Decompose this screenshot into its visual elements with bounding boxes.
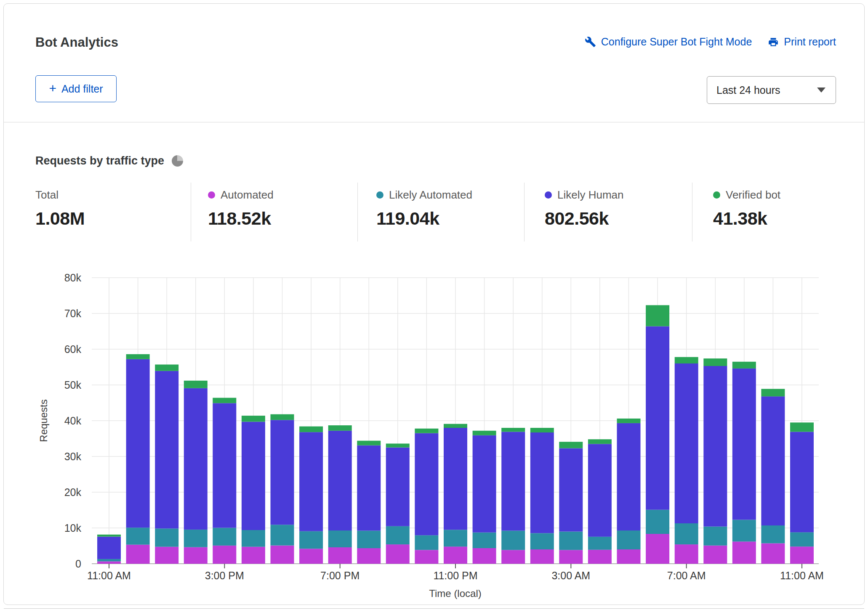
bar-10:00 PM-Automated[interactable] [415,550,438,564]
bar-5:00 AM-Likely Automated[interactable] [617,530,641,549]
bar-9:00 PM-Likely Human[interactable] [386,448,410,526]
bar-11:00 PM-Likely Human[interactable] [444,428,467,530]
bar-8:00 AM-Verified bot[interactable] [703,358,727,366]
bar-3:00 AM-Automated[interactable] [559,550,583,564]
bar-6:00 AM-Automated[interactable] [646,534,669,564]
bar-7:00 AM-Likely Automated[interactable] [675,523,698,544]
bar-2:00 AM-Likely Human[interactable] [530,432,554,533]
bar-11:00 AM-Likely Automated[interactable] [790,532,814,546]
bar-5:00 AM-Verified bot[interactable] [617,419,641,423]
bar-3:00 AM-Likely Human[interactable] [559,448,583,532]
bar-3:00 AM-Likely Automated[interactable] [559,532,583,550]
bar-11:00 AM-Verified bot[interactable] [97,535,121,537]
bar-12:00 PM-Likely Automated[interactable] [126,528,150,545]
bar-9:00 AM-Automated[interactable] [732,541,756,564]
bar-6:00 PM-Likely Human[interactable] [299,432,323,531]
bar-11:00 AM-Verified bot[interactable] [790,422,814,432]
bar-5:00 PM-Verified bot[interactable] [271,414,294,420]
bar-10:00 PM-Likely Automated[interactable] [415,535,438,550]
bar-2:00 PM-Automated[interactable] [184,547,208,564]
bar-11:00 PM-Automated[interactable] [444,546,467,564]
bar-10:00 AM-Likely Human[interactable] [761,396,785,525]
time-range-select[interactable]: Last 24 hours [707,76,836,104]
bar-10:00 AM-Automated[interactable] [761,544,785,564]
bar-11:00 AM-Automated[interactable] [790,546,814,564]
bar-1:00 AM-Likely Automated[interactable] [501,530,525,550]
bar-4:00 PM-Likely Automated[interactable] [242,530,265,547]
bar-11:00 PM-Likely Automated[interactable] [444,530,467,546]
bar-12:00 AM-Automated[interactable] [473,548,496,564]
bar-3:00 PM-Likely Automated[interactable] [213,528,236,546]
bar-7:00 PM-Likely Automated[interactable] [328,530,352,547]
bar-10:00 AM-Verified bot[interactable] [761,389,785,396]
bar-11:00 PM-Verified bot[interactable] [444,424,467,428]
bar-5:00 PM-Likely Human[interactable] [271,420,294,525]
bar-7:00 PM-Likely Human[interactable] [328,431,352,530]
bar-11:00 AM-Automated[interactable] [97,561,121,564]
bar-7:00 AM-Automated[interactable] [675,544,698,564]
bar-9:00 PM-Likely Automated[interactable] [386,526,410,544]
print-report-link[interactable]: Print report [768,36,836,48]
bar-2:00 PM-Likely Human[interactable] [184,388,208,530]
bar-1:00 PM-Automated[interactable] [155,547,178,564]
bar-8:00 AM-Likely Automated[interactable] [703,527,727,546]
bar-9:00 AM-Verified bot[interactable] [732,362,756,369]
bar-10:00 AM-Likely Automated[interactable] [761,525,785,544]
bar-3:00 PM-Automated[interactable] [213,546,236,564]
bar-6:00 AM-Likely Human[interactable] [646,326,669,510]
bar-8:00 AM-Automated[interactable] [703,546,727,564]
bar-12:00 PM-Verified bot[interactable] [126,354,150,359]
bar-5:00 PM-Likely Automated[interactable] [271,525,294,545]
bar-2:00 AM-Verified bot[interactable] [530,428,554,432]
bar-12:00 PM-Likely Human[interactable] [126,359,150,528]
bar-9:00 PM-Verified bot[interactable] [386,443,410,447]
bar-2:00 PM-Verified bot[interactable] [184,381,208,388]
bar-7:00 AM-Verified bot[interactable] [675,357,698,363]
bar-8:00 PM-Likely Automated[interactable] [357,530,381,548]
bar-8:00 PM-Automated[interactable] [357,548,381,564]
bar-6:00 PM-Likely Automated[interactable] [299,531,323,549]
bar-11:00 AM-Likely Automated[interactable] [97,559,121,562]
bar-1:00 AM-Verified bot[interactable] [501,428,525,432]
bar-4:00 AM-Likely Automated[interactable] [588,537,612,550]
bar-9:00 PM-Automated[interactable] [386,544,410,564]
bar-7:00 PM-Verified bot[interactable] [328,425,352,431]
bar-12:00 PM-Automated[interactable] [126,545,150,564]
bar-4:00 AM-Verified bot[interactable] [588,439,612,444]
bar-11:00 AM-Likely Human[interactable] [790,432,814,532]
bar-7:00 AM-Likely Human[interactable] [675,363,698,523]
bar-5:00 PM-Automated[interactable] [271,546,294,564]
bar-2:00 AM-Automated[interactable] [530,549,554,564]
bar-6:00 AM-Verified bot[interactable] [646,305,669,326]
bar-4:00 PM-Likely Human[interactable] [242,422,265,530]
bar-4:00 PM-Automated[interactable] [242,547,265,564]
bar-1:00 PM-Verified bot[interactable] [155,365,178,371]
bar-3:00 PM-Likely Human[interactable] [213,403,236,528]
bar-7:00 PM-Automated[interactable] [328,547,352,564]
bar-11:00 AM-Likely Human[interactable] [97,537,121,559]
bar-3:00 PM-Verified bot[interactable] [213,398,236,403]
bar-12:00 AM-Verified bot[interactable] [473,431,496,435]
bar-12:00 AM-Likely Human[interactable] [473,435,496,533]
bar-10:00 PM-Verified bot[interactable] [415,429,438,433]
bar-12:00 AM-Likely Automated[interactable] [473,533,496,548]
bar-1:00 AM-Likely Human[interactable] [501,432,525,530]
bar-4:00 PM-Verified bot[interactable] [242,416,265,422]
bar-9:00 AM-Likely Automated[interactable] [732,520,756,542]
add-filter-button[interactable]: + Add filter [35,75,117,102]
bar-4:00 AM-Likely Human[interactable] [588,444,612,537]
bar-2:00 PM-Likely Automated[interactable] [184,530,208,547]
configure-super-bot-fight-mode-link[interactable]: Configure Super Bot Fight Mode [585,36,752,48]
bar-8:00 AM-Likely Human[interactable] [703,366,727,527]
bar-1:00 PM-Likely Human[interactable] [155,371,178,528]
bar-5:00 AM-Automated[interactable] [617,549,641,564]
bar-2:00 AM-Likely Automated[interactable] [530,533,554,549]
bar-6:00 PM-Verified bot[interactable] [299,427,323,432]
bar-4:00 AM-Automated[interactable] [588,550,612,564]
bar-8:00 PM-Verified bot[interactable] [357,441,381,446]
bar-3:00 AM-Verified bot[interactable] [559,442,583,448]
bar-5:00 AM-Likely Human[interactable] [617,423,641,530]
bar-1:00 PM-Likely Automated[interactable] [155,528,178,546]
bar-9:00 AM-Likely Human[interactable] [732,369,756,520]
bar-8:00 PM-Likely Human[interactable] [357,446,381,531]
